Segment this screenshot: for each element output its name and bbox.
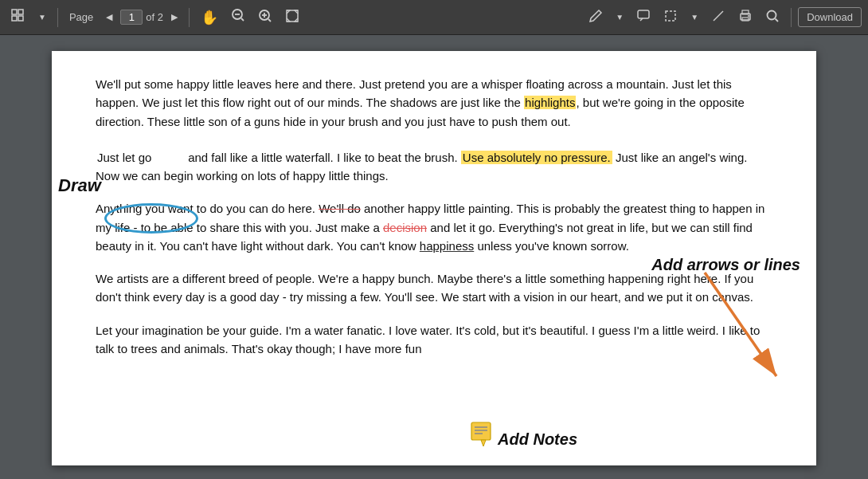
selection-dropdown-icon[interactable]: ▼ xyxy=(686,10,703,25)
divider-2 xyxy=(189,8,190,27)
fit-page-icon[interactable] xyxy=(280,6,304,29)
svg-rect-2 xyxy=(12,16,17,21)
pdf-page: We'll put some happy little leaves here … xyxy=(52,51,816,465)
paragraph-2-circle-text: Just let go xyxy=(96,151,185,164)
draw-label: Draw xyxy=(58,172,101,199)
svg-rect-23 xyxy=(471,422,491,440)
chevron-down-icon[interactable]: ▼ xyxy=(33,10,51,25)
paragraph-3-underline: happiness xyxy=(420,239,474,253)
paragraph-5-text: Let your imagination be your guide. I'm … xyxy=(96,324,760,355)
divider-3 xyxy=(791,8,792,27)
divider-1 xyxy=(57,8,58,27)
svg-line-20 xyxy=(776,18,779,22)
comment-icon[interactable] xyxy=(631,6,655,29)
download-button[interactable]: Download xyxy=(798,7,862,27)
toolbar: ▼ Page ◀ of 2 ▶ ✋ xyxy=(0,0,868,35)
paragraph-3: Anything you want to do you can do here.… xyxy=(96,199,772,255)
paragraph-2: Just let go and fall like a little water… xyxy=(96,145,772,186)
notes-label: Add Notes xyxy=(498,427,577,452)
next-page-icon[interactable]: ▶ xyxy=(166,9,182,26)
print-icon[interactable] xyxy=(733,6,757,29)
svg-rect-3 xyxy=(18,16,23,21)
search-icon[interactable] xyxy=(760,6,784,29)
pen-icon[interactable] xyxy=(584,6,608,29)
svg-point-19 xyxy=(768,10,776,19)
line-icon[interactable] xyxy=(706,6,730,29)
page-total: of 2 xyxy=(146,11,163,23)
paragraph-3-text-1: Anything you want to do you can do here. xyxy=(96,202,319,215)
notes-icon xyxy=(469,420,498,449)
prev-page-icon[interactable]: ◀ xyxy=(101,9,117,26)
page-number-input[interactable] xyxy=(120,10,143,25)
pan-icon[interactable]: ✋ xyxy=(196,6,223,29)
svg-rect-12 xyxy=(638,10,649,18)
selection-icon[interactable] xyxy=(659,6,682,29)
grid-icon[interactable] xyxy=(6,6,30,29)
paragraph-3-strikethrough: We'll do xyxy=(319,202,361,215)
paragraph-2-text-2: and fall like a little waterfall. I like… xyxy=(185,151,461,164)
svg-line-10 xyxy=(268,19,271,22)
svg-rect-13 xyxy=(666,11,675,21)
paragraph-3-text-4: unless you've known sorrow. xyxy=(474,239,629,253)
svg-line-6 xyxy=(241,18,244,21)
svg-marker-27 xyxy=(481,440,486,446)
toolbar-right: ▼ ▼ xyxy=(584,6,862,29)
svg-point-18 xyxy=(748,15,749,17)
svg-rect-0 xyxy=(12,10,17,14)
page-label: Page xyxy=(65,8,98,26)
paragraph-2-highlight: Use absolutely no pressure. xyxy=(461,151,612,164)
svg-line-14 xyxy=(714,11,723,21)
page-navigation: Page ◀ of 2 ▶ xyxy=(65,8,182,26)
svg-rect-1 xyxy=(18,10,23,14)
paragraph-3-redline: decision xyxy=(383,221,427,234)
pen-dropdown-icon[interactable]: ▼ xyxy=(611,10,628,25)
zoom-in-icon[interactable] xyxy=(253,6,277,29)
paragraph-5: Let your imagination be your guide. I'm … xyxy=(96,321,772,359)
paragraph-1: We'll put some happy little leaves here … xyxy=(96,75,772,131)
main-content: We'll put some happy little leaves here … xyxy=(0,35,868,479)
highlight-highlights: highlights xyxy=(524,96,576,109)
zoom-out-icon[interactable] xyxy=(226,5,250,29)
arrow-label: Add arrows or lines xyxy=(651,253,800,277)
